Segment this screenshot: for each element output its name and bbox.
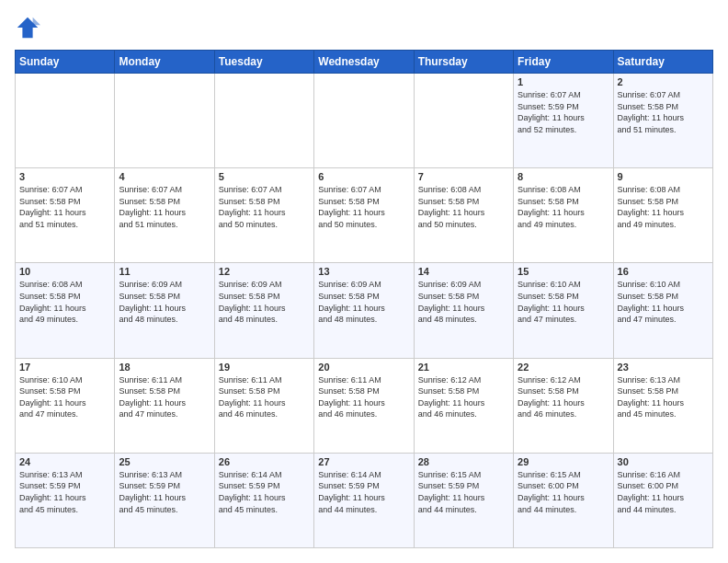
day-info: Sunrise: 6:10 AM Sunset: 5:58 PM Dayligh… (19, 374, 110, 420)
calendar-cell: 5Sunrise: 6:07 AM Sunset: 5:58 PM Daylig… (214, 168, 313, 263)
day-number: 17 (19, 362, 110, 373)
page: SundayMondayTuesdayWednesdayThursdayFrid… (0, 0, 728, 563)
day-info: Sunrise: 6:07 AM Sunset: 5:58 PM Dayligh… (618, 89, 709, 135)
day-info: Sunrise: 6:10 AM Sunset: 5:58 PM Dayligh… (618, 279, 709, 325)
calendar-cell: 7Sunrise: 6:08 AM Sunset: 5:58 PM Daylig… (414, 168, 513, 263)
calendar-cell: 17Sunrise: 6:10 AM Sunset: 5:58 PM Dayli… (16, 358, 115, 453)
calendar-cell: 24Sunrise: 6:13 AM Sunset: 5:59 PM Dayli… (16, 453, 115, 547)
day-info: Sunrise: 6:10 AM Sunset: 5:58 PM Dayligh… (518, 279, 609, 325)
day-number: 30 (618, 456, 709, 467)
day-info: Sunrise: 6:14 AM Sunset: 5:59 PM Dayligh… (318, 469, 409, 515)
calendar-cell: 20Sunrise: 6:11 AM Sunset: 5:58 PM Dayli… (314, 358, 414, 453)
calendar-cell: 6Sunrise: 6:07 AM Sunset: 5:58 PM Daylig… (314, 168, 414, 263)
day-info: Sunrise: 6:11 AM Sunset: 5:58 PM Dayligh… (318, 374, 409, 420)
logo-icon (15, 15, 40, 40)
week-row-3: 10Sunrise: 6:08 AM Sunset: 5:58 PM Dayli… (16, 263, 713, 358)
week-row-1: 1Sunrise: 6:07 AM Sunset: 5:59 PM Daylig… (16, 74, 713, 168)
day-number: 26 (219, 456, 310, 467)
day-info: Sunrise: 6:09 AM Sunset: 5:58 PM Dayligh… (119, 279, 210, 325)
calendar-cell (414, 74, 513, 168)
weekday-header-monday: Monday (115, 51, 214, 74)
day-info: Sunrise: 6:07 AM Sunset: 5:58 PM Dayligh… (19, 184, 110, 230)
calendar-cell: 4Sunrise: 6:07 AM Sunset: 5:58 PM Daylig… (115, 168, 214, 263)
day-info: Sunrise: 6:07 AM Sunset: 5:58 PM Dayligh… (219, 184, 310, 230)
day-info: Sunrise: 6:15 AM Sunset: 5:59 PM Dayligh… (418, 469, 509, 515)
day-number: 10 (19, 266, 110, 277)
day-info: Sunrise: 6:07 AM Sunset: 5:58 PM Dayligh… (318, 184, 409, 230)
day-number: 24 (19, 456, 110, 467)
day-info: Sunrise: 6:12 AM Sunset: 5:58 PM Dayligh… (418, 374, 509, 420)
calendar-cell: 25Sunrise: 6:13 AM Sunset: 5:59 PM Dayli… (115, 453, 214, 547)
day-info: Sunrise: 6:09 AM Sunset: 5:58 PM Dayligh… (418, 279, 509, 325)
day-info: Sunrise: 6:11 AM Sunset: 5:58 PM Dayligh… (119, 374, 210, 420)
weekday-header-saturday: Saturday (613, 51, 712, 74)
day-info: Sunrise: 6:09 AM Sunset: 5:58 PM Dayligh… (318, 279, 409, 325)
calendar-cell: 15Sunrise: 6:10 AM Sunset: 5:58 PM Dayli… (514, 263, 613, 358)
week-row-4: 17Sunrise: 6:10 AM Sunset: 5:58 PM Dayli… (16, 358, 713, 453)
day-info: Sunrise: 6:07 AM Sunset: 5:58 PM Dayligh… (119, 184, 210, 230)
calendar-cell: 30Sunrise: 6:16 AM Sunset: 6:00 PM Dayli… (613, 453, 712, 547)
week-row-2: 3Sunrise: 6:07 AM Sunset: 5:58 PM Daylig… (16, 168, 713, 263)
day-info: Sunrise: 6:09 AM Sunset: 5:58 PM Dayligh… (219, 279, 310, 325)
calendar-cell (314, 74, 414, 168)
day-number: 13 (318, 266, 409, 277)
calendar-cell: 12Sunrise: 6:09 AM Sunset: 5:58 PM Dayli… (214, 263, 313, 358)
calendar-cell: 13Sunrise: 6:09 AM Sunset: 5:58 PM Dayli… (314, 263, 414, 358)
day-number: 1 (518, 76, 609, 87)
calendar-cell: 21Sunrise: 6:12 AM Sunset: 5:58 PM Dayli… (414, 358, 513, 453)
day-number: 18 (119, 362, 210, 373)
day-number: 4 (119, 171, 210, 182)
day-info: Sunrise: 6:07 AM Sunset: 5:59 PM Dayligh… (518, 89, 609, 135)
calendar-cell (214, 74, 313, 168)
day-number: 16 (618, 266, 709, 277)
calendar-cell: 2Sunrise: 6:07 AM Sunset: 5:58 PM Daylig… (613, 74, 712, 168)
calendar-cell (16, 74, 115, 168)
logo (15, 15, 44, 40)
day-number: 25 (119, 456, 210, 467)
calendar-cell: 26Sunrise: 6:14 AM Sunset: 5:59 PM Dayli… (214, 453, 313, 547)
day-info: Sunrise: 6:08 AM Sunset: 5:58 PM Dayligh… (618, 184, 709, 230)
day-info: Sunrise: 6:08 AM Sunset: 5:58 PM Dayligh… (418, 184, 509, 230)
calendar-cell: 27Sunrise: 6:14 AM Sunset: 5:59 PM Dayli… (314, 453, 414, 547)
calendar-cell: 10Sunrise: 6:08 AM Sunset: 5:58 PM Dayli… (16, 263, 115, 358)
day-info: Sunrise: 6:13 AM Sunset: 5:59 PM Dayligh… (119, 469, 210, 515)
day-number: 2 (618, 76, 709, 87)
weekday-header-tuesday: Tuesday (214, 51, 313, 74)
day-number: 27 (318, 456, 409, 467)
calendar-cell: 1Sunrise: 6:07 AM Sunset: 5:59 PM Daylig… (514, 74, 613, 168)
day-info: Sunrise: 6:16 AM Sunset: 6:00 PM Dayligh… (618, 469, 709, 515)
calendar-table: SundayMondayTuesdayWednesdayThursdayFrid… (15, 50, 713, 548)
calendar-cell: 8Sunrise: 6:08 AM Sunset: 5:58 PM Daylig… (514, 168, 613, 263)
calendar-cell: 29Sunrise: 6:15 AM Sunset: 6:00 PM Dayli… (514, 453, 613, 547)
day-info: Sunrise: 6:11 AM Sunset: 5:58 PM Dayligh… (219, 374, 310, 420)
day-number: 7 (418, 171, 509, 182)
day-number: 5 (219, 171, 310, 182)
day-info: Sunrise: 6:12 AM Sunset: 5:58 PM Dayligh… (518, 374, 609, 420)
calendar-cell: 18Sunrise: 6:11 AM Sunset: 5:58 PM Dayli… (115, 358, 214, 453)
weekday-header-wednesday: Wednesday (314, 51, 414, 74)
calendar-cell: 16Sunrise: 6:10 AM Sunset: 5:58 PM Dayli… (613, 263, 712, 358)
weekday-header-thursday: Thursday (414, 51, 513, 74)
day-number: 15 (518, 266, 609, 277)
day-number: 20 (318, 362, 409, 373)
calendar-cell: 22Sunrise: 6:12 AM Sunset: 5:58 PM Dayli… (514, 358, 613, 453)
day-number: 9 (618, 171, 709, 182)
calendar-cell: 11Sunrise: 6:09 AM Sunset: 5:58 PM Dayli… (115, 263, 214, 358)
day-number: 8 (518, 171, 609, 182)
week-row-5: 24Sunrise: 6:13 AM Sunset: 5:59 PM Dayli… (16, 453, 713, 547)
calendar-cell: 9Sunrise: 6:08 AM Sunset: 5:58 PM Daylig… (613, 168, 712, 263)
day-info: Sunrise: 6:13 AM Sunset: 5:59 PM Dayligh… (19, 469, 110, 515)
calendar-cell: 14Sunrise: 6:09 AM Sunset: 5:58 PM Dayli… (414, 263, 513, 358)
day-number: 21 (418, 362, 509, 373)
day-number: 22 (518, 362, 609, 373)
day-info: Sunrise: 6:15 AM Sunset: 6:00 PM Dayligh… (518, 469, 609, 515)
day-number: 11 (119, 266, 210, 277)
day-number: 19 (219, 362, 310, 373)
day-info: Sunrise: 6:13 AM Sunset: 5:58 PM Dayligh… (618, 374, 709, 420)
day-number: 12 (219, 266, 310, 277)
calendar-cell: 3Sunrise: 6:07 AM Sunset: 5:58 PM Daylig… (16, 168, 115, 263)
day-number: 23 (618, 362, 709, 373)
day-info: Sunrise: 6:08 AM Sunset: 5:58 PM Dayligh… (19, 279, 110, 325)
day-number: 14 (418, 266, 509, 277)
day-number: 6 (318, 171, 409, 182)
